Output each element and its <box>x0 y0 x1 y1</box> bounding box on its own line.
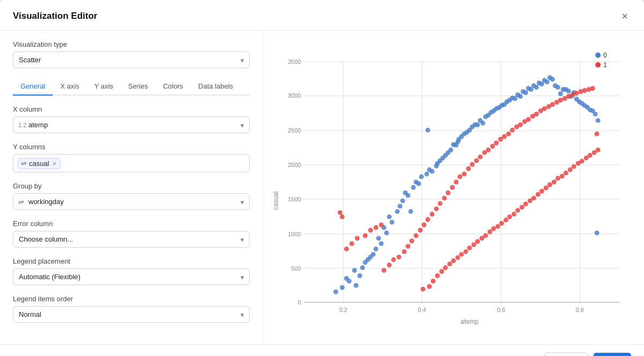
svg-point-210 <box>515 208 520 213</box>
cancel-button[interactable]: Cancel <box>544 352 588 356</box>
legend-placement-label: Legend placement <box>13 257 250 265</box>
svg-point-158 <box>474 158 479 163</box>
svg-point-32 <box>340 285 345 290</box>
svg-point-157 <box>470 162 474 167</box>
legend-order-select[interactable]: Normal <box>13 306 250 323</box>
svg-point-53 <box>403 190 408 195</box>
svg-point-123 <box>464 130 469 135</box>
svg-point-199 <box>471 242 476 247</box>
svg-point-226 <box>580 159 584 164</box>
svg-point-37 <box>352 268 357 273</box>
svg-point-31 <box>333 289 338 294</box>
svg-point-221 <box>560 174 565 179</box>
svg-point-116 <box>513 96 517 101</box>
y-column-tag: ⇌ casual × <box>18 158 61 169</box>
svg-point-189 <box>431 279 436 284</box>
tab-data-labels[interactable]: Data labels <box>191 78 240 96</box>
svg-point-206 <box>499 221 504 226</box>
svg-point-214 <box>531 195 536 200</box>
svg-text:3500: 3500 <box>288 59 301 65</box>
svg-point-42 <box>374 246 378 251</box>
svg-point-99 <box>545 79 550 84</box>
svg-point-47 <box>390 220 394 224</box>
svg-text:0.4: 0.4 <box>418 307 426 313</box>
legend-placement-select[interactable]: Automatic (Flexible) <box>13 268 250 285</box>
svg-point-177 <box>550 102 555 107</box>
svg-point-97 <box>502 102 507 107</box>
svg-point-45 <box>384 230 389 235</box>
svg-text:0: 0 <box>603 52 607 59</box>
tag-type-icon: ⇌ <box>21 159 27 168</box>
svg-point-187 <box>590 86 595 91</box>
svg-point-139 <box>397 255 401 259</box>
svg-point-108 <box>416 181 421 186</box>
svg-point-167 <box>510 128 515 133</box>
svg-point-191 <box>440 269 444 274</box>
svg-point-224 <box>572 164 576 169</box>
svg-point-145 <box>422 222 427 227</box>
svg-point-179 <box>558 98 563 103</box>
svg-point-132 <box>363 233 368 238</box>
svg-point-2 <box>595 62 601 68</box>
tab-x-axis[interactable]: X axis <box>53 78 86 96</box>
svg-text:1000: 1000 <box>288 231 301 237</box>
tab-series[interactable]: Series <box>121 78 156 96</box>
svg-point-137 <box>387 263 392 267</box>
chart-container: 0 1 casual atemp <box>272 37 635 338</box>
svg-point-211 <box>519 205 524 209</box>
svg-point-113 <box>446 150 451 155</box>
svg-point-146 <box>426 217 430 222</box>
x-column-label: X column <box>13 105 250 113</box>
svg-point-165 <box>502 134 507 139</box>
svg-point-188 <box>595 132 599 136</box>
svg-point-233 <box>427 284 432 289</box>
svg-point-135 <box>379 222 384 227</box>
tab-y-axis[interactable]: Y axis <box>87 78 121 96</box>
svg-point-161 <box>486 148 491 152</box>
close-button[interactable]: × <box>618 10 631 23</box>
error-column-select[interactable]: Choose column... <box>13 231 250 248</box>
group-by-label: Group by <box>13 182 250 190</box>
svg-point-0 <box>595 53 601 58</box>
tab-colors[interactable]: Colors <box>156 78 191 96</box>
error-column-label: Error column <box>13 220 250 228</box>
svg-text:0: 0 <box>298 299 301 306</box>
svg-text:2500: 2500 <box>288 127 301 134</box>
svg-point-220 <box>555 176 560 181</box>
svg-point-105 <box>550 77 555 82</box>
svg-point-195 <box>455 255 460 260</box>
dialog-header: Visualization Editor × <box>0 0 644 31</box>
svg-point-83 <box>558 91 563 96</box>
svg-point-204 <box>491 226 496 231</box>
x-column-select[interactable]: atemp <box>13 117 250 133</box>
svg-point-56 <box>419 175 424 179</box>
tab-general[interactable]: General <box>13 78 53 96</box>
tag-remove-button[interactable]: × <box>53 159 57 168</box>
svg-point-207 <box>503 217 508 222</box>
svg-point-183 <box>574 91 579 96</box>
svg-point-128 <box>338 210 342 215</box>
svg-text:3000: 3000 <box>288 92 301 99</box>
svg-point-166 <box>506 132 511 136</box>
y-columns-input[interactable]: ⇌ casual × <box>13 154 250 172</box>
svg-point-152 <box>450 185 455 190</box>
viz-type-select[interactable]: Scatter <box>13 52 250 68</box>
left-panel: Visualization type Scatter ▾ General X a… <box>0 31 263 344</box>
svg-point-136 <box>382 268 386 273</box>
svg-point-216 <box>539 188 544 193</box>
svg-point-159 <box>478 155 482 159</box>
right-panel: 0 1 casual atemp <box>263 31 644 344</box>
svg-point-190 <box>435 273 440 278</box>
svg-point-162 <box>490 144 495 149</box>
svg-point-41 <box>368 255 373 259</box>
svg-point-181 <box>566 94 571 99</box>
svg-point-228 <box>588 153 592 158</box>
save-button[interactable]: Save <box>594 353 631 356</box>
scatter-chart: 0 1 casual atemp <box>272 37 635 338</box>
svg-point-222 <box>564 171 568 176</box>
svg-point-96 <box>480 121 485 126</box>
svg-point-203 <box>487 229 492 234</box>
group-by-select[interactable]: workingday <box>13 193 250 210</box>
viz-type-row: Scatter ▾ <box>13 52 250 68</box>
legend-placement-row: Automatic (Flexible) ▾ <box>13 268 250 285</box>
